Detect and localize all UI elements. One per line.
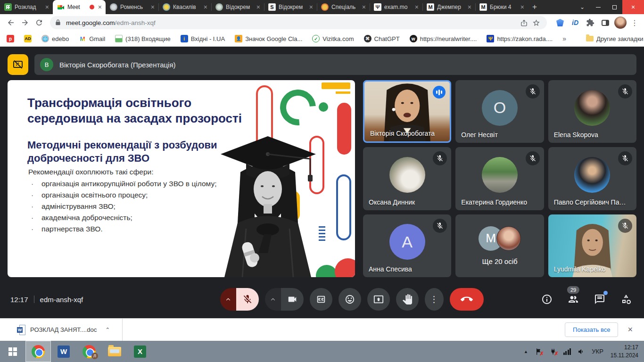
bookmark-classroom[interactable]: 👤Значок Google Cla... bbox=[235, 35, 302, 42]
tab-romensk[interactable]: Роменсь × bbox=[106, 0, 158, 14]
close-icon[interactable]: × bbox=[256, 4, 261, 10]
forward-button[interactable] bbox=[18, 16, 32, 30]
volume-icon[interactable] bbox=[577, 347, 586, 356]
close-icon[interactable]: × bbox=[467, 4, 472, 10]
taskbar-chrome-profile[interactable]: Л bbox=[76, 341, 102, 362]
page-url[interactable]: meet.google.com/edm-ansh-xqf bbox=[66, 19, 518, 26]
bookmark-inbox[interactable]: (318) Входящие bbox=[115, 35, 171, 42]
bookmark-neuralwriter[interactable]: whttps://neuralwriter.... bbox=[410, 35, 477, 42]
raise-hand-button[interactable] bbox=[396, 288, 419, 311]
show-all-downloads-button[interactable]: Показать все bbox=[565, 322, 618, 337]
close-icon[interactable]: × bbox=[361, 4, 367, 10]
participant-tile-lyudmila[interactable]: Lyudmila Kapelko bbox=[548, 214, 636, 277]
clock-date: 15.11.2024 bbox=[611, 352, 638, 359]
close-icon[interactable]: × bbox=[203, 4, 208, 10]
bookmark-star-icon[interactable] bbox=[530, 16, 542, 29]
tab-kvasyliv[interactable]: Квасилів × bbox=[158, 0, 211, 14]
captions-button[interactable] bbox=[310, 288, 332, 311]
more-options-button[interactable]: ⋮ bbox=[425, 288, 444, 311]
side-panel-icon[interactable] bbox=[599, 16, 612, 29]
bookmark-iua[interactable]: iВхідні - I.UA bbox=[181, 35, 225, 42]
network-signal-icon[interactable] bbox=[563, 348, 571, 355]
tab-vidokrem-2[interactable]: S Відокрем × bbox=[264, 0, 317, 14]
close-icon[interactable]: × bbox=[308, 4, 314, 10]
bookmark-ad[interactable]: AD bbox=[24, 35, 32, 42]
share-icon[interactable] bbox=[518, 16, 530, 29]
camera-options-chevron-icon[interactable] bbox=[265, 288, 281, 311]
tray-chevron-icon[interactable]: ▲ bbox=[524, 349, 528, 354]
taskbar-file-explorer[interactable] bbox=[102, 341, 127, 362]
trident-favicon: Ψ bbox=[374, 3, 381, 11]
leave-call-button[interactable] bbox=[450, 288, 484, 311]
bookmark-edebo[interactable]: 🌐edebo bbox=[41, 35, 69, 42]
tab-rozklad[interactable]: Розклад × bbox=[0, 0, 53, 14]
taskbar-chrome-active[interactable] bbox=[25, 341, 51, 362]
window-restore-button[interactable] bbox=[606, 0, 622, 14]
browser-menu-icon[interactable]: ⋮ bbox=[629, 18, 640, 27]
profile-avatar[interactable] bbox=[614, 16, 627, 29]
close-download-bar-icon[interactable]: × bbox=[627, 325, 633, 335]
windows-logo-icon bbox=[8, 347, 17, 356]
participant-tile-oleh[interactable]: О Олег Несвіт bbox=[455, 80, 544, 143]
logo-favicon: S bbox=[268, 3, 276, 11]
participant-tile-anna[interactable]: А Анна Спесива bbox=[363, 214, 451, 277]
close-icon[interactable]: × bbox=[97, 4, 103, 10]
tab-meet-active[interactable]: Meet × bbox=[53, 0, 106, 14]
taskbar-excel[interactable]: X bbox=[127, 341, 153, 362]
download-options-chevron-icon[interactable]: ⌃ bbox=[105, 327, 110, 333]
bookmarks-overflow-icon[interactable]: » bbox=[562, 35, 566, 42]
close-icon[interactable]: × bbox=[414, 4, 420, 10]
window-close-button[interactable]: × bbox=[622, 0, 644, 14]
mic-mute-button[interactable] bbox=[236, 288, 259, 311]
action-center-flag-icon[interactable]: ✗ bbox=[534, 347, 543, 356]
tab-search-chevron-icon[interactable]: ⌄ bbox=[574, 0, 590, 14]
mic-options-chevron-icon[interactable] bbox=[220, 288, 236, 311]
extensions-puzzle-icon[interactable] bbox=[584, 16, 597, 29]
reload-button[interactable] bbox=[32, 16, 46, 30]
participant-tile-elena[interactable]: Elena Skopova bbox=[548, 80, 636, 143]
chat-panel-button[interactable] bbox=[590, 288, 609, 311]
participant-tile-pavlo[interactable]: Павло Сергійович Па… bbox=[548, 147, 636, 210]
meeting-details-button[interactable] bbox=[537, 288, 556, 311]
back-button[interactable] bbox=[4, 16, 18, 30]
tab-briuky[interactable]: M Брюки 4 × bbox=[475, 0, 528, 14]
bookmark-gmail[interactable]: MGmail bbox=[79, 35, 105, 42]
tab-vidokrem-1[interactable]: Відокрем × bbox=[211, 0, 264, 14]
participant-tile-overflow[interactable]: M Ще 20 осіб bbox=[455, 214, 544, 277]
tab-special[interactable]: Спеціаль × bbox=[317, 0, 370, 14]
close-icon[interactable]: × bbox=[520, 4, 525, 10]
participant-tile-viktoriia[interactable]: Вікторія Скоробогата bbox=[363, 80, 451, 143]
reactions-button[interactable] bbox=[339, 288, 361, 311]
bookmark-vizitka[interactable]: ✓Vizitka.com bbox=[312, 35, 354, 42]
window-minimize-button[interactable] bbox=[590, 0, 606, 14]
mic-off-icon bbox=[618, 84, 632, 99]
present-screen-button[interactable] bbox=[367, 288, 390, 311]
taskbar-clock[interactable]: 12:17 15.11.2024 bbox=[610, 344, 638, 359]
participant-tile-ekaterina[interactable]: Екатерина Гордиенко bbox=[455, 147, 544, 210]
participant-name: Оксана Динник bbox=[369, 198, 415, 206]
bookmark-chatgpt[interactable]: ⌘ChatGPT bbox=[364, 35, 400, 42]
close-icon[interactable]: × bbox=[44, 4, 50, 10]
other-bookmarks-folder[interactable]: Другие закладки bbox=[586, 35, 644, 42]
bookmark-p[interactable]: p bbox=[7, 35, 14, 42]
language-indicator[interactable]: УКР bbox=[592, 348, 603, 355]
activities-button[interactable] bbox=[617, 288, 636, 311]
participant-tile-oksana[interactable]: Оксана Динник bbox=[363, 147, 451, 210]
tab-exam[interactable]: Ψ exam.mo × bbox=[370, 0, 422, 14]
bookmark-zakon[interactable]: Ψhttps://zakon.rada.... bbox=[487, 35, 553, 42]
people-panel-button[interactable]: 29 bbox=[564, 288, 583, 311]
tab-dzhemper[interactable]: M Джемпер × bbox=[422, 0, 475, 14]
power-status-icon[interactable]: ✗ bbox=[549, 347, 557, 356]
shared-presentation-tile[interactable]: Трансформація освітнього середовища на з… bbox=[8, 80, 355, 277]
start-button[interactable] bbox=[0, 341, 25, 362]
address-bar[interactable]: meet.google.com/edm-ansh-xqf bbox=[50, 16, 547, 29]
downloaded-file-name[interactable]: РОЗКЛАД ЗАНЯТ....doc bbox=[30, 326, 97, 333]
close-icon[interactable]: × bbox=[150, 4, 156, 10]
new-tab-button[interactable]: + bbox=[528, 0, 541, 14]
camera-toggle-button[interactable] bbox=[281, 288, 304, 311]
adblock-extension-icon[interactable] bbox=[553, 16, 567, 29]
id-extension-icon[interactable]: iD bbox=[569, 16, 582, 29]
taskbar-word[interactable]: W bbox=[51, 341, 76, 362]
presentation-paused-icon[interactable] bbox=[8, 54, 28, 75]
folder-icon bbox=[586, 36, 594, 41]
